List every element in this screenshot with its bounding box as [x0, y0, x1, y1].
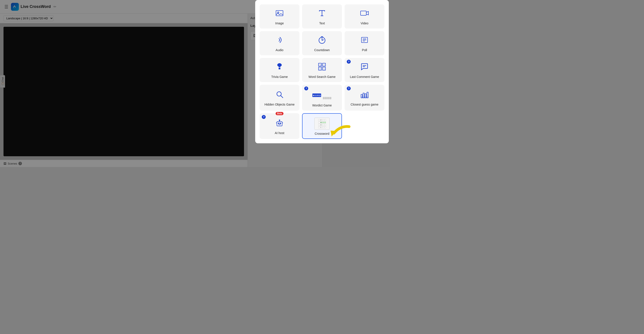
items-grid: Image Text [260, 5, 322, 139]
svg-point-39 [279, 120, 280, 121]
modal-dialog: Image Text [255, 0, 322, 143]
wordict-help-badge: ? [304, 86, 308, 90]
wordsearch-label: Word Search Game [308, 75, 322, 79]
wordsearch-icon: W O R D [318, 62, 322, 73]
text-label: Text [319, 22, 322, 25]
trivia-label: Trivia Game [271, 75, 288, 79]
svg-text:W: W [320, 64, 321, 66]
svg-point-20 [277, 92, 281, 96]
image-label: Image [275, 22, 284, 25]
svg-rect-37 [280, 123, 281, 124]
aihost-icon [275, 118, 284, 129]
grid-item-image[interactable]: Image [260, 5, 300, 29]
crossword-label: Crossword [315, 132, 322, 135]
grid-item-aihost[interactable]: ? Beta AI host [260, 113, 300, 139]
aihost-beta-badge: Beta [276, 112, 284, 115]
svg-rect-36 [278, 123, 279, 124]
text-icon [318, 9, 322, 19]
grid-item-text[interactable]: Text [302, 5, 322, 29]
aihost-label: AI host [275, 131, 284, 135]
crossword-icon: F O O [314, 118, 322, 130]
wordict-icon: W O R D I C T [312, 89, 322, 101]
grid-item-hiddenobjects[interactable]: Hidden Objects Game [260, 85, 300, 111]
modal-overlay[interactable]: Image Text [0, 0, 322, 167]
hiddenobjects-label: Hidden Objects Game [264, 103, 294, 106]
aihost-help-badge: ? [262, 115, 266, 119]
svg-rect-9 [279, 68, 280, 69]
grid-item-crossword[interactable]: F O O [302, 113, 322, 139]
svg-text:R: R [320, 68, 321, 70]
grid-item-wordict[interactable]: ? W O R D I C T Wordict Game [302, 85, 322, 111]
svg-rect-1 [276, 11, 283, 16]
countdown-icon [318, 36, 322, 46]
svg-text:W O R D I C T: W O R D I C T [313, 94, 321, 97]
grid-item-wordsearch[interactable]: W O R D Word Search Game [302, 58, 322, 82]
svg-line-21 [281, 96, 283, 98]
hiddenobjects-icon [275, 90, 284, 100]
grid-item-audio[interactable]: Audio [260, 31, 300, 55]
wordict-label: Wordict Game [312, 104, 322, 107]
svg-rect-35 [277, 122, 282, 126]
audio-label: Audio [276, 48, 284, 52]
trivia-icon [275, 62, 284, 73]
audio-icon [275, 36, 284, 46]
grid-item-countdown[interactable]: Countdown [302, 31, 322, 55]
countdown-label: Countdown [314, 48, 322, 52]
image-icon [275, 9, 284, 19]
grid-item-trivia[interactable]: Trivia Game [260, 58, 300, 82]
svg-point-4 [319, 37, 322, 44]
